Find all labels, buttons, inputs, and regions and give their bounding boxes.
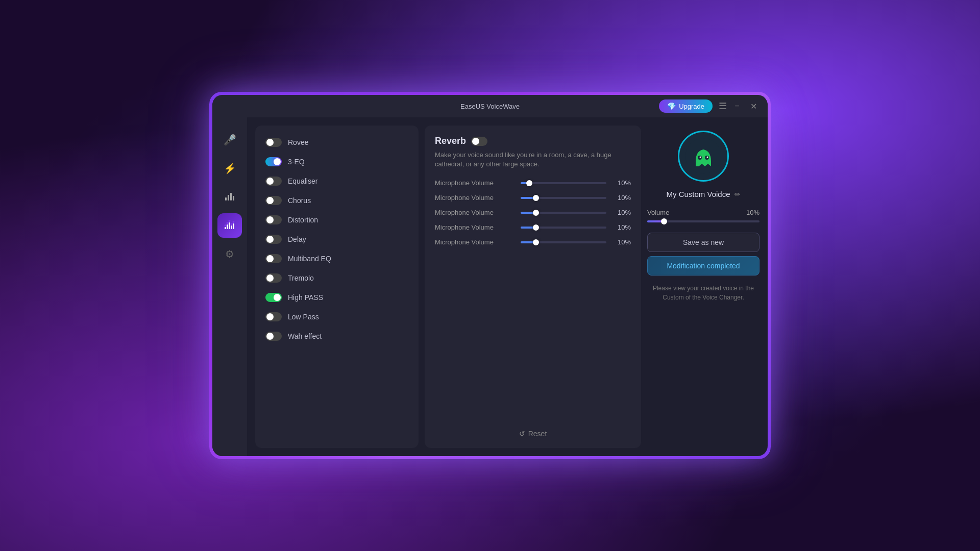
effect-item-delay[interactable]: Delay bbox=[263, 231, 410, 248]
toggle-knob-delay bbox=[266, 236, 274, 243]
effect-item-3eq[interactable]: 3-EQ bbox=[263, 153, 410, 170]
effect-item-wah-effect[interactable]: Wah effect bbox=[263, 328, 410, 345]
slider-track-0[interactable] bbox=[521, 182, 606, 184]
toggle-knob-rovee bbox=[266, 139, 274, 146]
toggle-rovee[interactable] bbox=[265, 138, 282, 147]
svg-point-17 bbox=[700, 157, 701, 158]
upgrade-button[interactable]: 💎 Upgrade bbox=[659, 99, 713, 113]
svg-rect-7 bbox=[231, 226, 232, 229]
slider-track-4[interactable] bbox=[521, 241, 606, 243]
slider-value-4: 10% bbox=[610, 238, 631, 246]
slider-thumb-1 bbox=[533, 195, 539, 201]
sidebar-item-microphone[interactable]: 🎤 bbox=[217, 128, 242, 152]
sidebar-item-effects[interactable]: ⚡ bbox=[217, 156, 242, 181]
svg-point-11 bbox=[229, 220, 231, 222]
svg-point-9 bbox=[225, 224, 227, 227]
window-controls: ☰ − ✕ bbox=[719, 100, 760, 112]
effect-label-tremolo: Tremolo bbox=[288, 274, 314, 282]
effect-label-distortion: Distortion bbox=[288, 216, 318, 224]
toggle-delay[interactable] bbox=[265, 235, 282, 244]
slider-track-2[interactable] bbox=[521, 212, 606, 214]
slider-row-2: Microphone Volume10% bbox=[435, 209, 631, 216]
slider-label-4: Microphone Volume bbox=[435, 238, 517, 246]
effect-label-3eq: 3-EQ bbox=[288, 158, 305, 166]
settings-icon: ⚙ bbox=[225, 248, 234, 260]
app-window: EaseUS VoiceWave 💎 Upgrade ☰ − ✕ 🎤 bbox=[212, 95, 768, 456]
voice-name: My Custom Voidce bbox=[666, 190, 730, 198]
main-content: Rovee3-EQEqualiserChorusDistortionDelayM… bbox=[247, 117, 768, 456]
save-as-new-button[interactable]: Save as new bbox=[647, 233, 760, 252]
volume-track[interactable] bbox=[647, 220, 760, 222]
effect-item-high-pass[interactable]: High PASS bbox=[263, 289, 410, 306]
effect-label-delay: Delay bbox=[288, 235, 306, 243]
slider-value-2: 10% bbox=[610, 209, 631, 216]
effect-item-rovee[interactable]: Rovee bbox=[263, 134, 410, 151]
effect-label-multiband-eq: Multiband EQ bbox=[288, 255, 331, 263]
hint-text: Please view your created voice in the Cu… bbox=[647, 284, 760, 302]
effect-label-wah-effect: Wah effect bbox=[288, 332, 322, 340]
effect-label-high-pass: High PASS bbox=[288, 293, 323, 302]
slider-row-3: Microphone Volume10% bbox=[435, 223, 631, 231]
reverb-toggle[interactable] bbox=[471, 137, 487, 146]
effect-label-low-pass: Low Pass bbox=[288, 313, 319, 321]
effect-label-chorus: Chorus bbox=[288, 196, 311, 205]
toggle-knob-tremolo bbox=[266, 274, 274, 282]
slider-track-3[interactable] bbox=[521, 227, 606, 229]
slider-thumb-2 bbox=[533, 210, 539, 216]
reset-icon: ↺ bbox=[519, 430, 525, 438]
minimize-button[interactable]: − bbox=[731, 100, 743, 112]
effect-label-equaliser: Equaliser bbox=[288, 177, 317, 185]
diamond-icon: 💎 bbox=[667, 102, 676, 110]
edit-icon[interactable]: ✏ bbox=[734, 190, 741, 198]
sidebar-item-equalizer[interactable] bbox=[217, 185, 242, 209]
outer-frame: EaseUS VoiceWave 💎 Upgrade ☰ − ✕ 🎤 bbox=[209, 92, 771, 459]
sliders-container: Microphone Volume10%Microphone Volume10%… bbox=[435, 179, 631, 253]
voice-name-row: My Custom Voidce ✏ bbox=[666, 190, 740, 198]
effect-item-multiband-eq[interactable]: Multiband EQ bbox=[263, 250, 410, 267]
svg-rect-4 bbox=[225, 227, 226, 229]
slider-value-3: 10% bbox=[610, 223, 631, 231]
toggle-knob-equaliser bbox=[266, 178, 274, 185]
svg-rect-1 bbox=[228, 195, 229, 201]
modification-completed-button[interactable]: Modification completed bbox=[647, 256, 760, 276]
toggle-high-pass[interactable] bbox=[265, 293, 282, 302]
toggle-knob-multiband-eq bbox=[266, 255, 274, 262]
reverb-header: Reverb bbox=[435, 136, 631, 146]
effect-item-distortion[interactable]: Distortion bbox=[263, 211, 410, 229]
toggle-knob-high-pass bbox=[274, 294, 281, 301]
toggle-wah-effect[interactable] bbox=[265, 332, 282, 341]
toggle-distortion[interactable] bbox=[265, 215, 282, 224]
reverb-title: Reverb bbox=[435, 136, 466, 146]
reverb-toggle-knob bbox=[472, 138, 479, 145]
slider-row-0: Microphone Volume10% bbox=[435, 179, 631, 187]
effect-item-tremolo[interactable]: Tremolo bbox=[263, 269, 410, 287]
toggle-low-pass[interactable] bbox=[265, 312, 282, 321]
slider-track-1[interactable] bbox=[521, 197, 606, 199]
reverb-description: Make your voice sound like you're in a r… bbox=[435, 151, 631, 169]
effect-item-low-pass[interactable]: Low Pass bbox=[263, 308, 410, 325]
toggle-multiband-eq[interactable] bbox=[265, 254, 282, 263]
sidebar-item-voice-changer[interactable] bbox=[217, 213, 242, 238]
slider-label-2: Microphone Volume bbox=[435, 209, 517, 216]
toggle-knob-3eq bbox=[274, 158, 281, 165]
title-bar: EaseUS VoiceWave 💎 Upgrade ☰ − ✕ bbox=[212, 95, 768, 117]
slider-thumb-3 bbox=[533, 224, 539, 231]
svg-rect-3 bbox=[233, 196, 234, 201]
toggle-knob-chorus bbox=[266, 197, 274, 204]
slider-value-1: 10% bbox=[610, 194, 631, 202]
close-button[interactable]: ✕ bbox=[747, 100, 760, 112]
effect-item-chorus[interactable]: Chorus bbox=[263, 192, 410, 209]
toggle-chorus[interactable] bbox=[265, 196, 282, 205]
slider-row-4: Microphone Volume10% bbox=[435, 238, 631, 246]
toggle-tremolo[interactable] bbox=[265, 273, 282, 283]
sidebar-item-settings[interactable]: ⚙ bbox=[217, 242, 242, 266]
menu-button[interactable]: ☰ bbox=[719, 101, 727, 112]
effect-item-equaliser[interactable]: Equaliser bbox=[263, 172, 410, 190]
svg-rect-8 bbox=[233, 223, 234, 229]
reset-button[interactable]: ↺ Reset bbox=[519, 430, 547, 438]
toggle-3eq[interactable] bbox=[265, 157, 282, 166]
effects-icon: ⚡ bbox=[224, 162, 236, 174]
toggle-equaliser[interactable] bbox=[265, 177, 282, 186]
right-panel: My Custom Voidce ✏ Volume 10% Sav bbox=[647, 126, 760, 448]
microphone-icon: 🎤 bbox=[224, 134, 236, 146]
